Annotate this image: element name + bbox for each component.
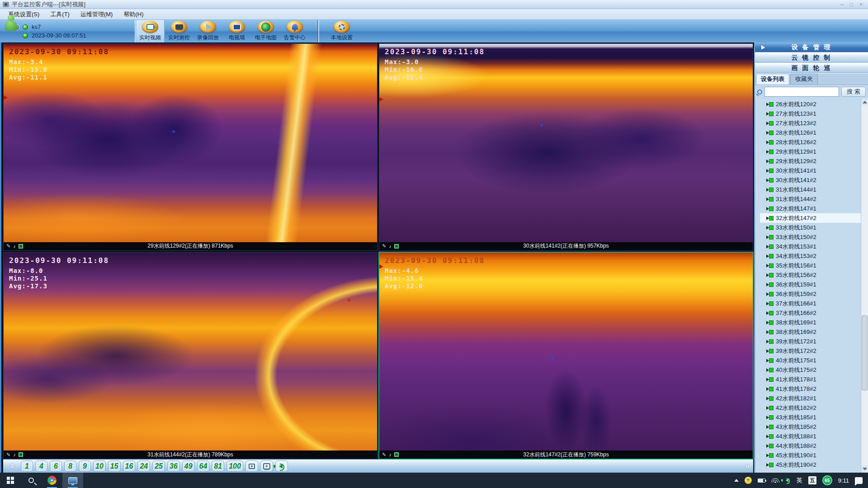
toolbar-button-6[interactable]: 告警中心 [280, 20, 309, 42]
maximize-button[interactable]: □ [850, 1, 853, 8]
device-item[interactable]: 39水前线172#2 [760, 346, 861, 356]
video-panel-2[interactable]: 2023-09-30 09:11:08 Max:-3.0 Min:-16.6 A… [379, 43, 753, 251]
device-item[interactable]: 36水前线159#1 [760, 280, 861, 289]
search-input[interactable] [764, 87, 839, 97]
toolbar-button-5[interactable]: 电子地图 [251, 20, 280, 42]
scrollbar-thumb[interactable] [862, 315, 868, 390]
pen-icon[interactable]: ✎ [382, 243, 386, 249]
video-panel-3[interactable]: 2023-09-30 09:11:08 Max:-8.0 Min:-25.1 A… [3, 252, 377, 460]
ime-mode-icon[interactable]: 五 [808, 476, 816, 484]
input-language-indicator[interactable]: 英 [797, 476, 802, 484]
layout-16-button[interactable]: 16 [123, 460, 136, 472]
expand-right-icon[interactable]: » [745, 461, 750, 471]
sidebar-section-device-management[interactable]: 设 备 管 理 [755, 42, 868, 53]
pen-icon[interactable]: ✎ [6, 452, 10, 458]
scroll-down-icon[interactable] [861, 465, 868, 473]
device-item[interactable]: 44水前线188#2 [760, 441, 861, 450]
device-item[interactable]: 34水前线153#1 [760, 242, 861, 251]
audio-icon[interactable]: ♪ [13, 452, 16, 457]
device-item[interactable]: 34水前线153#2 [760, 251, 861, 261]
video-panel-4[interactable]: 2023-09-30 09:11:08 Max:-4.6 Min:-15.4 A… [379, 252, 753, 460]
layout-36-button[interactable]: 36 [167, 460, 180, 472]
device-item[interactable]: 27水前线123#1 [760, 109, 861, 118]
layout-81-button[interactable]: 81 [212, 460, 224, 472]
sidebar-section-view-patrol[interactable]: 画 面 轮 巡 [755, 63, 868, 74]
pen-icon[interactable]: ✎ [6, 243, 10, 249]
device-item[interactable]: 29水前线129#2 [760, 156, 861, 166]
record-icon[interactable] [394, 244, 399, 249]
battery-icon[interactable] [758, 479, 765, 483]
layout-24-button[interactable]: 24 [137, 460, 150, 472]
thermal-video-4[interactable]: 2023-09-30 09:11:08 Max:-4.6 Min:-15.4 A… [379, 253, 753, 451]
device-item[interactable]: 28水前线126#1 [760, 128, 861, 137]
toolbar-button-2[interactable]: 实时测控 [165, 20, 193, 42]
wifi-icon[interactable] [771, 478, 779, 483]
thermal-video-3[interactable]: 2023-09-30 09:11:08 Max:-8.0 Min:-25.1 A… [4, 253, 377, 451]
tab-favorites[interactable]: 收藏夹 [790, 74, 818, 84]
taskbar-chrome-button[interactable] [42, 473, 62, 488]
close-button[interactable]: × [859, 1, 863, 8]
add-view-button[interactable]: +··· [260, 460, 273, 472]
start-button[interactable] [0, 473, 21, 488]
device-item[interactable]: 38水前线169#1 [760, 318, 861, 327]
audio-icon[interactable]: ♪ [389, 452, 392, 457]
search-button[interactable]: 搜 索 [841, 87, 866, 97]
layout-8-button[interactable]: 8 [64, 460, 76, 472]
layout-100-button[interactable]: 100 [226, 460, 243, 472]
toolbar-button-4[interactable]: 电视墙 [222, 20, 251, 42]
device-item[interactable]: 38水前线169#2 [760, 327, 861, 337]
tab-device-list[interactable]: 设备列表 [756, 74, 789, 84]
antivirus-tray-icon[interactable] [745, 477, 752, 484]
device-item[interactable]: 27水前线123#2 [760, 118, 861, 128]
layout-25-button[interactable]: 25 [152, 460, 165, 472]
device-item[interactable]: 32水前线147#1 [760, 204, 861, 213]
audio-button[interactable] [275, 460, 288, 472]
device-item[interactable]: 33水前线150#1 [760, 223, 861, 232]
pen-icon[interactable]: ✎ [382, 452, 386, 458]
audio-icon[interactable]: ♪ [389, 244, 392, 249]
layout-49-button[interactable]: 49 [182, 460, 195, 472]
device-item[interactable]: 37水前线166#1 [760, 299, 861, 308]
minimize-button[interactable]: – [840, 1, 844, 8]
device-item[interactable]: 42水前线182#2 [760, 403, 861, 413]
layout-4-button[interactable]: 4 [35, 460, 47, 472]
battery-percent-badge[interactable]: 65 [822, 475, 832, 485]
device-item[interactable]: 30水前线141#1 [760, 166, 861, 175]
device-scrollbar[interactable] [861, 99, 868, 473]
layout-10-button[interactable]: 10 [93, 460, 106, 472]
device-item[interactable]: 37水前线166#2 [760, 308, 861, 318]
taskbar-monitor-app-button[interactable] [62, 473, 83, 488]
tray-expand-icon[interactable] [734, 479, 739, 482]
record-icon[interactable] [394, 452, 399, 457]
device-item[interactable]: 41水前线178#2 [760, 384, 861, 394]
device-item[interactable]: 39水前线172#1 [760, 337, 861, 346]
device-item[interactable]: 31水前线144#2 [760, 194, 861, 204]
thermal-video-1[interactable]: 2023-09-30 09:11:08 Max:-3.4 Min:-15.8 A… [4, 44, 377, 242]
notification-center-icon[interactable] [855, 477, 863, 484]
device-item[interactable]: 28水前线126#2 [760, 137, 861, 147]
device-item[interactable]: 40水前线175#1 [760, 356, 861, 365]
device-item[interactable]: 29水前线129#1 [760, 147, 861, 156]
audio-icon[interactable]: ♪ [13, 244, 16, 249]
device-item[interactable]: 26水前线120#2 [760, 99, 861, 109]
record-icon[interactable] [19, 244, 23, 249]
device-item[interactable]: 36水前线159#2 [760, 289, 861, 299]
volume-icon[interactable] [785, 479, 788, 482]
toolbar-button-7[interactable]: 本地设置 [327, 20, 356, 42]
toolbar-button-1[interactable]: 实时视频 [136, 20, 165, 42]
device-item[interactable]: 43水前线185#1 [760, 413, 861, 422]
device-item[interactable]: 41水前线178#1 [760, 375, 861, 384]
menu-item-4[interactable]: 帮助(H) [119, 9, 148, 19]
record-icon[interactable] [19, 452, 23, 457]
menu-item-2[interactable]: 工具(T) [46, 9, 74, 19]
menu-item-3[interactable]: 运维管理(M) [76, 9, 118, 19]
device-item[interactable]: 43水前线185#2 [760, 422, 861, 432]
video-panel-1[interactable]: 2023-09-30 09:11:08 Max:-3.4 Min:-15.8 A… [3, 43, 377, 251]
device-item[interactable]: 42水前线182#1 [760, 394, 861, 403]
toolbar-button-3[interactable]: 录像回放 [193, 20, 222, 42]
device-item[interactable]: 40水前线175#2 [760, 365, 861, 375]
layout-6-button[interactable]: 6 [50, 460, 62, 472]
device-item[interactable]: 45水前线190#2 [760, 460, 861, 469]
layout-64-button[interactable]: 64 [197, 460, 210, 472]
layout-15-button[interactable]: 15 [108, 460, 121, 472]
